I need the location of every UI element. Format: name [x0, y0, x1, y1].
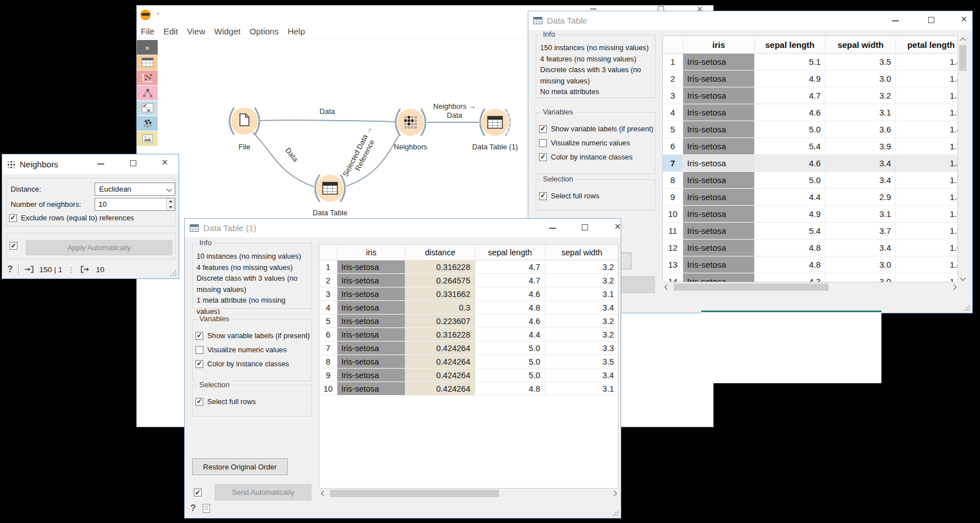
row-number[interactable]: 5: [319, 314, 337, 328]
cell[interactable]: 1.7: [896, 138, 958, 155]
row-number[interactable]: 1: [663, 54, 683, 70]
close-icon[interactable]: ×: [162, 157, 168, 167]
row-number[interactable]: 5: [663, 121, 683, 138]
column-header[interactable]: petal length: [896, 36, 958, 54]
cell[interactable]: 0.424264: [406, 342, 475, 355]
row-number[interactable]: 8: [319, 355, 337, 369]
cell[interactable]: 0.331662: [406, 287, 475, 301]
cell[interactable]: 4.9: [755, 70, 826, 87]
checkbox[interactable]: [9, 214, 17, 222]
cell[interactable]: Iris-setosa: [683, 189, 755, 206]
minimize-icon[interactable]: [892, 20, 899, 21]
cell[interactable]: 1.3: [896, 87, 958, 104]
cell[interactable]: 3.4: [826, 155, 896, 172]
cell[interactable]: Iris-setosa: [683, 70, 755, 87]
row-number[interactable]: 10: [319, 382, 337, 396]
cell[interactable]: Iris-setosa: [683, 104, 755, 121]
checkbox-visualize-numeric-values[interactable]: Visualize numeric values: [539, 136, 653, 150]
minimize-icon[interactable]: [97, 163, 104, 165]
table-row[interactable]: 11Iris-setosa5.43.71.5: [663, 223, 957, 240]
cell[interactable]: 0.223607: [406, 314, 475, 328]
report-icon[interactable]: [203, 504, 210, 513]
cell[interactable]: Iris-setosa: [683, 121, 755, 138]
cell[interactable]: 1.5: [896, 223, 958, 240]
row-number[interactable]: 8: [663, 172, 683, 189]
table-row[interactable]: 8Iris-setosa0.4242645.03.5: [319, 355, 618, 369]
cell[interactable]: Iris-setosa: [683, 138, 755, 155]
horizontal-scrollbar[interactable]: [319, 489, 618, 498]
row-number[interactable]: 2: [663, 70, 683, 87]
cell[interactable]: 5.0: [755, 121, 826, 138]
help-icon[interactable]: ?: [7, 264, 13, 274]
checkbox-show-variable-labels[interactable]: Show variable labels (if present): [195, 329, 309, 343]
checkbox[interactable]: [195, 360, 203, 368]
table-row[interactable]: 3Iris-setosa0.3316624.63.1: [319, 287, 618, 301]
node-label-neighbors[interactable]: Neighbors: [374, 143, 447, 151]
cell[interactable]: Iris-setosa: [683, 87, 755, 104]
cell[interactable]: 3.6: [826, 121, 896, 138]
checkbox-visualize-numeric-values[interactable]: Visualize numeric values: [195, 343, 309, 357]
checkbox[interactable]: [195, 332, 203, 340]
table-row[interactable]: 7Iris-setosa0.4242645.03.3: [319, 342, 618, 355]
spinner-buttons[interactable]: [166, 198, 175, 210]
table-row[interactable]: 1Iris-setosa0.3162284.73.2: [319, 260, 618, 274]
cell[interactable]: 4.7: [475, 274, 545, 287]
checkbox[interactable]: [539, 192, 547, 200]
cell[interactable]: 3.0: [826, 273, 896, 282]
table-row[interactable]: 4Iris-setosa0.34.83.4: [319, 301, 618, 314]
table-row[interactable]: 9Iris-setosa4.42.91.4: [663, 189, 957, 206]
cell[interactable]: 1.1: [896, 273, 958, 282]
cell[interactable]: 0.424264: [406, 382, 475, 396]
cell[interactable]: 3.2: [545, 274, 618, 287]
maximize-icon[interactable]: [928, 17, 934, 23]
cell[interactable]: 5.0: [475, 369, 545, 382]
maximize-icon[interactable]: [582, 224, 588, 231]
cell[interactable]: 3.2: [545, 260, 618, 274]
scrollbar-thumb[interactable]: [330, 490, 499, 497]
cell[interactable]: 4.6: [475, 314, 545, 328]
table-row[interactable]: 14Iris-setosa4.33.01.1: [663, 273, 957, 282]
scroll-right-icon[interactable]: [949, 282, 958, 291]
cell[interactable]: Iris-setosa: [683, 172, 755, 189]
table-row[interactable]: 10Iris-setosa4.93.11.5: [663, 206, 957, 223]
cell[interactable]: 5.0: [475, 355, 545, 369]
column-header[interactable]: sepal width: [826, 36, 896, 54]
row-number[interactable]: 9: [663, 189, 683, 206]
resize-grip[interactable]: [964, 304, 970, 311]
cell[interactable]: 3.1: [826, 206, 896, 223]
table-row[interactable]: 6Iris-setosa0.3162284.43.2: [319, 328, 618, 342]
number-of-neighbors-stepper[interactable]: 10: [95, 198, 175, 211]
cell[interactable]: Iris-setosa: [337, 328, 406, 342]
table-row[interactable]: 10Iris-setosa0.4242644.83.1: [319, 382, 618, 396]
row-number[interactable]: 2: [319, 274, 337, 287]
cell[interactable]: 0.3: [406, 301, 475, 314]
row-number[interactable]: 3: [663, 87, 683, 104]
resize-grip[interactable]: [612, 509, 619, 516]
cell[interactable]: 3.4: [545, 301, 618, 314]
row-number[interactable]: 11: [663, 223, 683, 240]
cell[interactable]: 1.4: [896, 256, 958, 273]
cell[interactable]: 5.4: [755, 138, 826, 155]
column-header[interactable]: sepal length: [475, 245, 545, 260]
row-number[interactable]: 4: [319, 301, 337, 314]
minimize-icon[interactable]: [549, 228, 556, 229]
table-row[interactable]: 6Iris-setosa5.43.91.7: [663, 138, 957, 155]
cell[interactable]: 4.4: [475, 328, 545, 342]
row-number[interactable]: 10: [663, 206, 683, 223]
cell[interactable]: 5.1: [755, 54, 826, 70]
scrollbar-thumb[interactable]: [674, 283, 828, 291]
cell[interactable]: Iris-setosa: [683, 54, 755, 70]
cell[interactable]: 1.5: [896, 104, 958, 121]
cell[interactable]: Iris-setosa: [337, 382, 406, 396]
column-header[interactable]: [663, 36, 683, 54]
row-number[interactable]: 7: [663, 155, 683, 172]
scroll-down-icon[interactable]: [958, 273, 967, 282]
cell[interactable]: 3.2: [545, 328, 618, 342]
scroll-left-icon[interactable]: [662, 282, 671, 291]
cell[interactable]: Iris-setosa: [683, 273, 755, 282]
column-header[interactable]: sepal width: [545, 245, 618, 260]
node-label-file[interactable]: File: [208, 143, 281, 151]
node-neighbors[interactable]: [397, 109, 424, 136]
column-header[interactable]: distance: [406, 245, 475, 260]
send-automatically-checkbox[interactable]: [194, 489, 202, 497]
